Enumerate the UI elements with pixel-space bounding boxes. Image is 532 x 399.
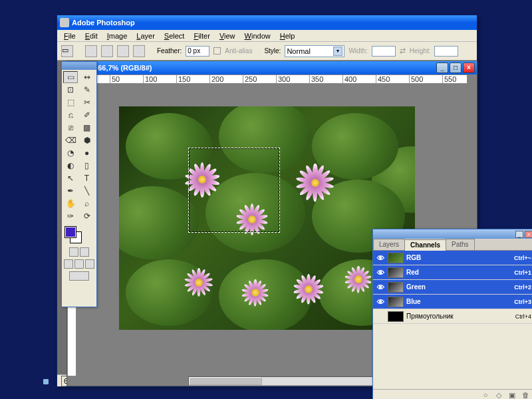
menu-window[interactable]: Window [241, 31, 275, 41]
panel-header[interactable]: _ × [373, 229, 532, 239]
channel-row[interactable]: 👁RGBCtrl+~ [373, 251, 532, 265]
new-channel-button[interactable]: ▣ [507, 391, 517, 400]
eye-icon[interactable]: 👁 [376, 283, 385, 292]
tool-17[interactable]: T [80, 172, 94, 184]
jump-button-row [62, 271, 96, 281]
menu-edit[interactable]: Edit [81, 31, 102, 41]
menu-help[interactable]: Help [276, 31, 299, 41]
tool-3[interactable]: ✎ [80, 84, 94, 96]
tool-19[interactable]: ╲ [80, 185, 94, 197]
tool-0[interactable]: ▭ [63, 71, 78, 83]
tool-12[interactable]: ◔ [63, 147, 78, 159]
titlebar[interactable]: Adobe Photoshop [57, 15, 477, 30]
channel-shortcut: Ctrl+~ [514, 255, 531, 261]
chevron-down-icon: ▾ [333, 47, 342, 56]
tool-13[interactable]: ● [80, 147, 94, 159]
slide-bullet-icon [43, 379, 49, 384]
channel-shortcut: Ctrl+1 [514, 269, 531, 276]
tool-5[interactable]: ✂ [80, 96, 94, 108]
channel-row[interactable]: 👁BlueCtrl+3 [373, 295, 532, 309]
tool-preset-button[interactable]: ▭ [61, 45, 73, 57]
tool-2[interactable]: ⊡ [63, 84, 78, 96]
panel-close-button[interactable]: × [525, 231, 532, 238]
tool-7[interactable]: ✐ [80, 109, 94, 121]
tool-10[interactable]: ⌫ [63, 134, 78, 146]
quickmask-mode-button[interactable] [80, 247, 89, 257]
color-swatches [65, 226, 94, 245]
tool-21[interactable]: ⌕ [80, 198, 94, 209]
tab-channels[interactable]: Channels [404, 239, 446, 251]
channel-row[interactable]: ПрямоугольникCtrl+4 [373, 309, 532, 324]
minimize-button[interactable]: _ [436, 63, 448, 73]
screen-mode-2[interactable] [74, 259, 84, 269]
load-selection-button[interactable]: ○ [481, 391, 490, 400]
style-label: Style: [264, 47, 281, 55]
panel-minimize-button[interactable]: _ [515, 231, 523, 238]
app-icon [60, 18, 69, 27]
eye-icon[interactable] [376, 312, 385, 321]
channel-row[interactable]: 👁GreenCtrl+2 [373, 280, 532, 295]
scrollbar-thumb[interactable] [189, 377, 262, 385]
tool-18[interactable]: ✒ [63, 185, 78, 197]
tab-layers[interactable]: Layers [373, 239, 405, 250]
tool-11[interactable]: ⬢ [80, 134, 94, 146]
tool-16[interactable]: ↖ [63, 172, 78, 184]
channels-panel: _ × Layers Channels Paths 👁RGBCtrl+~👁Red… [372, 229, 532, 399]
ruler-horizontal: 0501001502002503003504004505005506006507… [76, 74, 467, 84]
close-button[interactable]: × [463, 63, 475, 73]
marquee-selection[interactable] [188, 148, 280, 233]
intersect-selection-button[interactable] [133, 45, 145, 57]
menu-view[interactable]: View [215, 31, 239, 41]
tool-4[interactable]: ⬚ [63, 96, 78, 108]
document-titlebar[interactable]: и.jpg @ 66,7% (RGB/8#) _ □ × [67, 61, 477, 74]
menu-file[interactable]: File [60, 31, 80, 41]
menu-layer[interactable]: Layer [132, 31, 159, 41]
save-selection-button[interactable]: ◇ [494, 391, 503, 400]
screen-mode-1[interactable] [64, 259, 73, 269]
foreground-color[interactable] [65, 226, 76, 238]
maximize-button[interactable]: □ [450, 63, 462, 73]
tool-1[interactable]: ↭ [80, 71, 94, 83]
eye-icon[interactable]: 👁 [376, 268, 385, 277]
feather-label: Feather: [157, 47, 182, 55]
swap-icon: ⇄ [400, 47, 406, 55]
add-selection-button[interactable] [101, 45, 113, 57]
new-selection-button[interactable] [85, 45, 97, 57]
tool-8[interactable]: ⎚ [63, 122, 78, 134]
tool-20[interactable]: ✋ [63, 198, 78, 209]
channel-name: RGB [406, 254, 511, 261]
channel-thumbnail [388, 282, 404, 293]
channel-name: Прямоугольник [406, 313, 513, 320]
options-bar: ▭ Feather: Anti-alias Style: Normal▾ Wid… [57, 42, 477, 61]
channel-name: Red [406, 269, 511, 276]
delete-channel-button[interactable]: 🗑 [521, 391, 530, 400]
panel-tabs: Layers Channels Paths [373, 239, 532, 251]
tool-15[interactable]: ▯ [80, 160, 94, 172]
tool-22[interactable]: ✑ [63, 210, 78, 222]
channel-name: Blue [406, 298, 511, 305]
tool-6[interactable]: ⎌ [63, 109, 78, 121]
toolbox-header[interactable] [62, 62, 96, 70]
eye-icon[interactable]: 👁 [376, 297, 385, 307]
jump-to-button[interactable] [69, 271, 89, 281]
antialias-checkbox[interactable] [213, 47, 221, 55]
screen-mode-3[interactable] [85, 259, 94, 269]
tab-paths[interactable]: Paths [446, 239, 475, 250]
menu-select[interactable]: Select [160, 31, 189, 41]
height-label: Height: [410, 47, 431, 55]
channel-row[interactable]: 👁RedCtrl+1 [373, 265, 532, 280]
menu-image[interactable]: Image [103, 31, 132, 41]
style-select[interactable]: Normal▾ [285, 45, 344, 57]
tool-9[interactable]: ▩ [80, 122, 94, 134]
panel-footer: ○ ◇ ▣ 🗑 [373, 389, 532, 399]
channel-thumbnail [388, 253, 404, 263]
menu-filter[interactable]: Filter [190, 31, 213, 41]
eye-icon[interactable]: 👁 [376, 253, 385, 263]
toolbox-panel: ▭↭⊡✎⬚✂⎌✐⎚▩⌫⬢◔●◐▯↖T✒╲✋⌕✑⟳ [61, 61, 97, 307]
feather-input[interactable] [186, 46, 209, 57]
standard-mode-button[interactable] [69, 247, 78, 257]
tool-14[interactable]: ◐ [63, 160, 78, 172]
antialias-label: Anti-alias [225, 47, 252, 55]
tool-23[interactable]: ⟳ [80, 210, 94, 222]
subtract-selection-button[interactable] [117, 45, 129, 57]
